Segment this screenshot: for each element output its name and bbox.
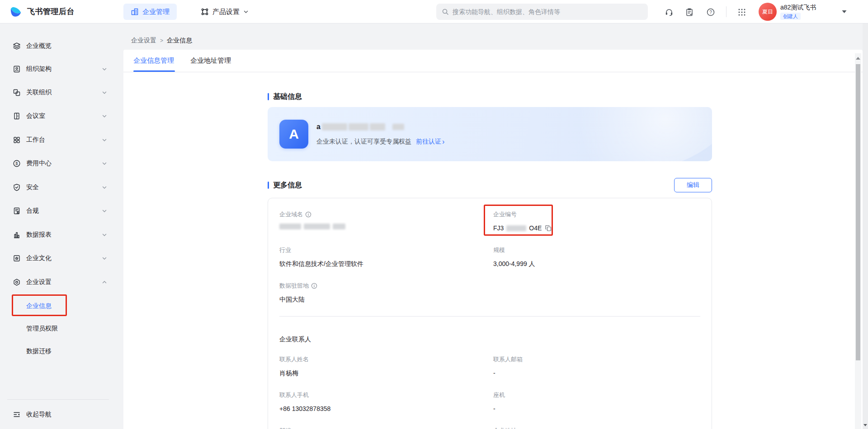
chevron-down-icon [102, 256, 107, 261]
go-certify-link[interactable]: 前往认证 › [416, 138, 444, 146]
sidebar-item-culture[interactable]: 企业文化 [5, 250, 112, 267]
sidebar-item-label: 费用中心 [26, 159, 52, 168]
content-scrollbar[interactable] [855, 53, 861, 429]
info-icon[interactable] [305, 211, 311, 218]
field-value: 中国大陆 [279, 295, 305, 304]
admin-console-screen: 飞书管理后台 企业管理 产品设置 [0, 0, 868, 429]
compliance-doc-icon [13, 207, 21, 215]
section-accent-bar [268, 182, 269, 189]
user-menu[interactable]: a82测试飞书 创建人 [780, 3, 816, 20]
sidebar-item-label: 企业设置 [26, 278, 52, 286]
field-label: 企业编号 [493, 211, 517, 218]
sidebar-item-security[interactable]: 安全 [5, 179, 112, 196]
breadcrumb-parent[interactable]: 企业设置 [131, 37, 156, 45]
org-avatar: A [279, 120, 308, 149]
sidebar-item-label: 安全 [26, 183, 39, 191]
org-id-suffix: O4E [529, 224, 542, 233]
collapse-nav-button[interactable]: 收起导航 [5, 406, 112, 423]
report-chart-icon [13, 231, 21, 239]
tab-enterprise-address-management[interactable]: 企业地址管理 [190, 56, 231, 65]
top-bar: 飞书管理后台 企业管理 产品设置 [0, 0, 868, 23]
field-label: 联系人邮箱 [493, 356, 523, 363]
scroll-up-arrow-icon[interactable] [856, 57, 860, 60]
sidebar-item-billing[interactable]: $ 费用中心 [5, 155, 112, 172]
certification-status-text: 企业未认证，认证可享受专属权益 [316, 138, 411, 146]
chevron-down-icon [102, 113, 107, 119]
search-icon [442, 8, 449, 15]
sidebar-item-label: 企业文化 [26, 254, 52, 262]
page-content: 基础信息 A a 企业未认证，认证可享受专属权益 [268, 92, 712, 429]
svg-text:$: $ [15, 161, 18, 166]
sidebar-subitem-label: 管理员权限 [26, 325, 58, 333]
field-value: 肖杨梅 [279, 368, 298, 378]
sidebar-item-linked-orgs[interactable]: 关联组织 [5, 84, 112, 101]
field-value: 3,000-4,999 人 [493, 259, 535, 268]
field-scale: 规模 3,000-4,999 人 [493, 247, 700, 268]
app-grid-icon[interactable] [736, 6, 748, 18]
sidebar-item-enterprise-info[interactable]: 企业信息 [5, 298, 112, 315]
field-label: 数据驻留地 [279, 282, 309, 289]
scroll-down-arrow-icon[interactable] [863, 424, 867, 426]
user-avatar[interactable]: 夏目 [759, 3, 777, 21]
content-scrollbar-thumb[interactable] [856, 64, 860, 360]
nav-label: 产品设置 [212, 8, 240, 16]
sidebar-item-data-migration[interactable]: 数据迁移 [5, 343, 112, 360]
field-value: - [493, 404, 495, 413]
org-summary-card: A a 企业未认证，认证可享受专属权益 前往认证 › [268, 107, 712, 161]
more-info-section-header: 更多信息 [268, 181, 302, 190]
chevron-down-icon [102, 66, 107, 72]
sidebar-item-org-structure[interactable]: 组织架构 [5, 61, 112, 78]
sidebar-item-compliance[interactable]: 合规 [5, 202, 112, 219]
active-tab-underline [133, 70, 175, 72]
field-value: +86 13032878358 [279, 404, 330, 413]
sidebar-item-enterprise-settings[interactable]: 企业设置 [5, 274, 112, 291]
field-label: 联系人姓名 [279, 356, 309, 363]
redaction-block [333, 224, 345, 229]
nav-enterprise-management[interactable]: 企业管理 [123, 4, 177, 20]
info-icon[interactable] [311, 283, 317, 289]
user-menu-caret-icon[interactable] [842, 10, 847, 14]
chevron-down-icon [102, 208, 107, 214]
field-domain: 企业域名 [279, 211, 493, 233]
chevron-down-icon [102, 161, 107, 166]
more-info-card: 企业域名 企业编号 [268, 198, 712, 429]
tab-enterprise-info-management[interactable]: 企业信息管理 [133, 56, 174, 65]
field-label: 规模 [493, 247, 505, 254]
meeting-room-icon [13, 112, 21, 120]
sidebar-item-admin-permissions[interactable]: 管理员权限 [5, 320, 112, 337]
sidebar: 企业概览 组织架构 关联组织 会议室 [0, 23, 116, 429]
field-contact-email: 联系人邮箱 - [493, 356, 700, 378]
global-search[interactable] [436, 4, 648, 20]
sidebar-item-meeting-rooms[interactable]: 会议室 [5, 107, 112, 125]
help-icon[interactable]: ? [704, 6, 717, 18]
redaction-block [370, 123, 385, 131]
sidebar-subitem-label: 数据迁移 [26, 347, 52, 355]
sidebar-item-data-reports[interactable]: 数据报表 [5, 226, 112, 243]
field-data-residency: 数据驻留地 中国大陆 [279, 282, 493, 304]
feishu-logo-icon [9, 5, 23, 18]
sidebar-item-label: 工作台 [26, 136, 45, 144]
customer-service-headset-icon[interactable] [663, 6, 675, 18]
sidebar-item-label: 会议室 [26, 112, 45, 120]
app-logo-block[interactable]: 飞书管理后台 [9, 5, 75, 18]
field-label: 企业地址 [493, 427, 517, 429]
security-shield-icon [13, 183, 21, 191]
field-org-id: 企业编号 FJ3 O4E [493, 211, 700, 233]
window-scrollbar[interactable] [863, 23, 868, 429]
edit-button[interactable]: 编辑 [674, 178, 712, 192]
search-input[interactable] [453, 8, 642, 15]
feedback-clipboard-icon[interactable] [683, 6, 696, 18]
org-structure-icon [13, 65, 21, 73]
section-title: 更多信息 [273, 181, 302, 190]
sidebar-item-workplace[interactable]: 工作台 [5, 131, 112, 149]
go-certify-label: 前往认证 [416, 138, 441, 146]
sidebar-divider [7, 399, 109, 400]
nav-product-settings[interactable]: 产品设置 [193, 4, 256, 20]
linked-orgs-icon [13, 89, 21, 97]
redaction-block [392, 124, 404, 130]
sidebar-item-label: 数据报表 [26, 231, 52, 239]
org-name-visible-char: a [316, 123, 321, 131]
sidebar-item-overview[interactable]: 企业概览 [5, 37, 112, 55]
field-contact-name: 联系人姓名 肖杨梅 [279, 356, 493, 378]
copy-icon[interactable] [545, 225, 552, 231]
